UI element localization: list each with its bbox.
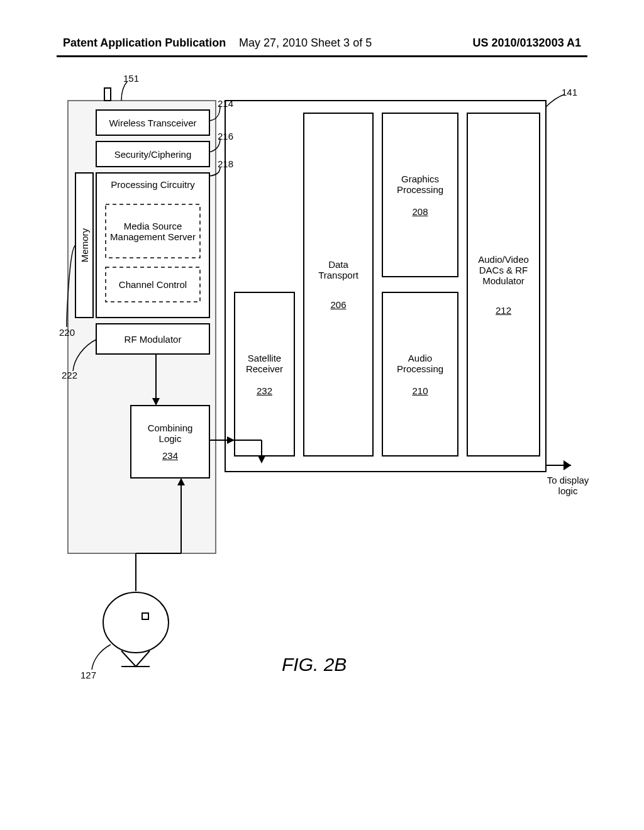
- dac-ref: 212: [496, 305, 511, 316]
- channel-label: Channel Control: [119, 279, 187, 290]
- combining-ref: 234: [162, 450, 178, 461]
- svg-marker-27: [258, 456, 265, 463]
- audio-line1: Audio: [408, 353, 432, 363]
- block-combining-logic: Combining Logic 234: [131, 406, 209, 478]
- data-line2: Transport: [318, 270, 358, 280]
- combining-line2: Logic: [159, 433, 182, 444]
- ref-220: 220: [59, 327, 75, 338]
- block-graphics-processing: Graphics Processing 208: [382, 113, 458, 277]
- dac-line2: DACs & RF: [479, 265, 528, 275]
- ref-141: 141: [562, 87, 577, 97]
- ref-127: 127: [80, 670, 96, 680]
- header-rule: [57, 55, 587, 57]
- block-processing-circuitry: Processing Circuitry Media Source Manage…: [96, 173, 209, 318]
- graphics-ref: 208: [412, 206, 428, 217]
- data-ref: 206: [330, 299, 346, 310]
- graphics-line2: Processing: [397, 184, 443, 195]
- media-line1: Media Source: [124, 221, 182, 231]
- audio-line2: Processing: [397, 363, 443, 374]
- rfmod-label: RF Modulator: [125, 334, 182, 345]
- media-line2: Management Server: [110, 231, 196, 242]
- combining-line1: Combining: [148, 423, 193, 433]
- svg-point-30: [103, 592, 169, 653]
- block-dac-rf-modulator: Audio/Video DACs & RF Modulator 212: [467, 113, 540, 456]
- figure-drawing: 141 151 214 216 218 220 222 127 Graphics…: [62, 75, 577, 767]
- header-left: Patent Application Publication: [63, 36, 226, 50]
- header-middle: May 27, 2010 Sheet 3 of 5: [239, 36, 372, 50]
- proc-label: Processing Circuitry: [96, 179, 209, 190]
- ref-216: 216: [218, 131, 233, 141]
- block-memory: Memory: [75, 173, 93, 318]
- block-audio-processing: Audio Processing 210: [382, 292, 458, 456]
- sat-line1: Satellite: [248, 353, 281, 363]
- wireless-label: Wireless Transceiver: [109, 118, 196, 128]
- page-header: Patent Application Publication May 27, 2…: [0, 36, 644, 62]
- block-wireless-transceiver: Wireless Transceiver: [96, 110, 209, 135]
- block-rf-modulator: RF Modulator: [96, 324, 209, 354]
- block-security-ciphering: Security/Ciphering: [96, 141, 209, 167]
- block-data-transport: Data Transport 206: [304, 113, 373, 456]
- block-satellite-receiver: Satellite Receiver 232: [235, 292, 294, 456]
- sat-ref: 232: [257, 385, 272, 396]
- graphics-line1: Graphics: [401, 174, 439, 184]
- data-line1: Data: [328, 259, 348, 270]
- dac-line3: Modulator: [482, 275, 525, 286]
- ref-214: 214: [218, 98, 233, 109]
- svg-rect-9: [104, 88, 111, 101]
- dac-line1: Audio/Video: [478, 254, 529, 265]
- header-right: US 2010/0132003 A1: [473, 36, 581, 50]
- figure-label: FIG. 2B: [282, 654, 347, 675]
- audio-ref: 210: [412, 385, 428, 396]
- output-label: To display logic: [546, 475, 590, 496]
- svg-marker-7: [564, 460, 571, 470]
- security-label: Security/Ciphering: [114, 149, 192, 160]
- ref-222: 222: [62, 370, 77, 380]
- ref-218: 218: [218, 158, 233, 169]
- memory-label: Memory: [79, 228, 90, 262]
- ref-151: 151: [123, 73, 139, 84]
- sat-line2: Receiver: [246, 363, 283, 374]
